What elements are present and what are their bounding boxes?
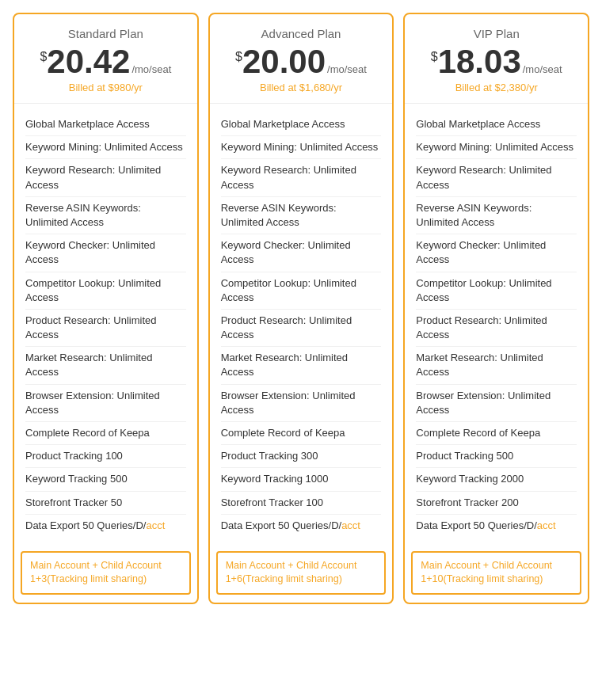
billed-advanced: Billed at $1,680/yr xyxy=(223,82,380,93)
feature-item: Storefront Tracker 200 xyxy=(416,492,577,515)
feature-item: Reverse ASIN Keywords: Unlimited Access xyxy=(221,197,382,234)
feature-item: Keyword Research: Unlimited Access xyxy=(221,159,382,196)
feature-item: Product Tracking 100 xyxy=(25,445,186,468)
feature-item: Market Research: Unlimited Access xyxy=(25,347,186,384)
price-suffix-vip: /mo/seat xyxy=(523,63,562,75)
feature-item: Browser Extension: Unlimited Access xyxy=(416,385,577,422)
feature-item: Browser Extension: Unlimited Access xyxy=(25,385,186,422)
feature-item: Keyword Tracking 2000 xyxy=(416,468,577,491)
plan-name-vip: VIP Plan xyxy=(417,27,575,40)
feature-item: Product Research: Unlimited Access xyxy=(25,310,186,347)
feature-item: Keyword Tracking 500 xyxy=(25,468,186,491)
plan-card-advanced: Advanced Plan$20.00/mo/seatBilled at $1,… xyxy=(208,13,394,604)
price-amount-advanced: 20.00 xyxy=(242,45,326,78)
feature-item: Global Marketplace Access xyxy=(221,113,382,136)
plan-header-advanced: Advanced Plan$20.00/mo/seatBilled at $1,… xyxy=(210,14,393,104)
price-suffix-standard: /mo/seat xyxy=(131,63,171,75)
plan-features-vip: Global Marketplace AccessKeyword Mining:… xyxy=(405,104,588,546)
feature-item: Product Research: Unlimited Access xyxy=(416,310,577,347)
feature-item: Storefront Tracker 50 xyxy=(25,492,186,515)
price-amount-standard: 20.42 xyxy=(47,45,130,78)
feature-item: Keyword Mining: Unlimited Access xyxy=(221,136,382,159)
feature-item: Product Tracking 300 xyxy=(221,445,382,468)
plan-features-advanced: Global Marketplace AccessKeyword Mining:… xyxy=(210,104,393,546)
price-amount-vip: 18.03 xyxy=(438,45,521,78)
plan-card-vip: VIP Plan$18.03/mo/seatBilled at $2,380/y… xyxy=(403,13,589,604)
plan-header-standard: Standard Plan$20.42/mo/seatBilled at $98… xyxy=(14,14,197,104)
feature-item: Keyword Checker: Unlimited Access xyxy=(221,234,382,272)
plans-container: Standard Plan$20.42/mo/seatBilled at $98… xyxy=(13,13,589,604)
feature-item: Keyword Mining: Unlimited Access xyxy=(416,136,577,159)
feature-item: Keyword Research: Unlimited Access xyxy=(25,159,186,196)
feature-item: Global Marketplace Access xyxy=(25,113,186,136)
plan-footer-standard: Main Account + Child Account 1+3(Trackin… xyxy=(21,551,191,595)
feature-item: Storefront Tracker 100 xyxy=(221,492,382,515)
feature-item: Product Tracking 500 xyxy=(416,445,577,468)
plan-name-standard: Standard Plan xyxy=(27,27,185,40)
plan-footer-vip: Main Account + Child Account 1+10(Tracki… xyxy=(411,551,581,595)
feature-item: Global Marketplace Access xyxy=(416,113,577,136)
plan-header-vip: VIP Plan$18.03/mo/seatBilled at $2,380/y… xyxy=(405,14,588,104)
data-export-acct-link-vip[interactable]: acct xyxy=(537,519,556,531)
billed-vip: Billed at $2,380/yr xyxy=(417,82,575,93)
price-dollar-advanced: $ xyxy=(235,50,242,64)
plan-footer-advanced: Main Account + Child Account 1+6(Trackin… xyxy=(216,551,387,595)
feature-item: Competitor Lookup: Unlimited Access xyxy=(416,272,577,310)
feature-item: Data Export 50 Queries/D/acct xyxy=(416,515,577,537)
feature-item: Keyword Tracking 1000 xyxy=(221,468,382,491)
feature-item: Keyword Mining: Unlimited Access xyxy=(25,136,186,159)
feature-item: Product Research: Unlimited Access xyxy=(221,310,382,347)
feature-item: Data Export 50 Queries/D/acct xyxy=(25,515,186,537)
feature-item: Reverse ASIN Keywords: Unlimited Access xyxy=(25,197,186,234)
plan-price-row-vip: $18.03/mo/seat xyxy=(417,45,575,78)
plan-features-standard: Global Marketplace AccessKeyword Mining:… xyxy=(14,104,197,546)
plan-price-row-advanced: $20.00/mo/seat xyxy=(223,45,380,78)
plan-name-advanced: Advanced Plan xyxy=(223,27,380,40)
feature-item: Competitor Lookup: Unlimited Access xyxy=(25,272,186,310)
price-suffix-advanced: /mo/seat xyxy=(327,63,367,75)
feature-item: Keyword Research: Unlimited Access xyxy=(416,159,577,196)
feature-item: Data Export 50 Queries/D/acct xyxy=(221,515,382,537)
price-dollar-vip: $ xyxy=(431,50,438,64)
feature-item: Browser Extension: Unlimited Access xyxy=(221,385,382,422)
feature-item: Keyword Checker: Unlimited Access xyxy=(25,234,186,272)
feature-item: Complete Record of Keepa xyxy=(221,422,382,445)
plan-card-standard: Standard Plan$20.42/mo/seatBilled at $98… xyxy=(13,13,199,604)
price-dollar-standard: $ xyxy=(40,50,47,64)
billed-standard: Billed at $980/yr xyxy=(27,82,185,93)
feature-item: Complete Record of Keepa xyxy=(416,422,577,445)
feature-item: Complete Record of Keepa xyxy=(25,422,186,445)
data-export-acct-link-standard[interactable]: acct xyxy=(146,519,165,531)
feature-item: Competitor Lookup: Unlimited Access xyxy=(221,272,382,310)
feature-item: Market Research: Unlimited Access xyxy=(221,347,382,384)
feature-item: Reverse ASIN Keywords: Unlimited Access xyxy=(416,197,577,234)
data-export-acct-link-advanced[interactable]: acct xyxy=(341,519,360,531)
feature-item: Keyword Checker: Unlimited Access xyxy=(416,234,577,272)
feature-item: Market Research: Unlimited Access xyxy=(416,347,577,384)
plan-price-row-standard: $20.42/mo/seat xyxy=(27,45,185,78)
